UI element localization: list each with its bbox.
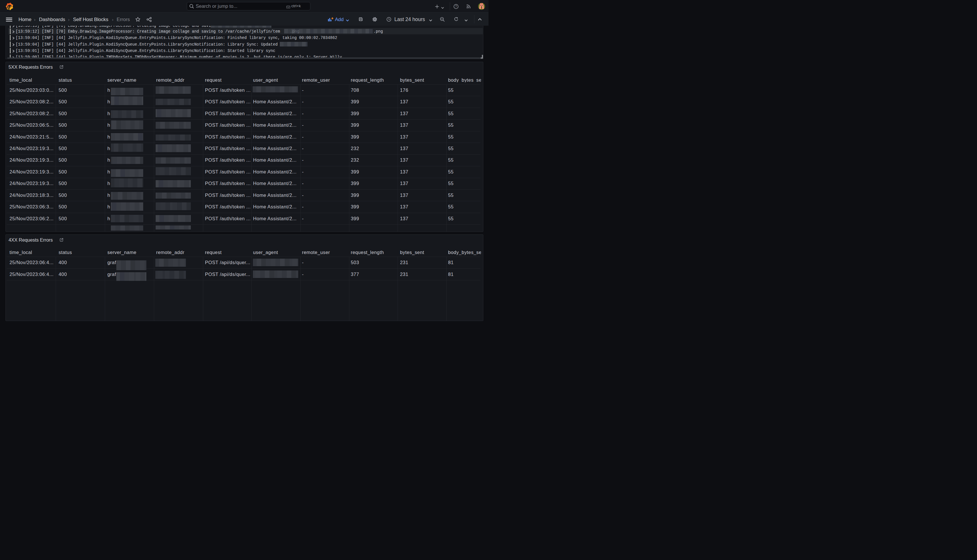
svg-text:?: ?: [455, 5, 457, 8]
